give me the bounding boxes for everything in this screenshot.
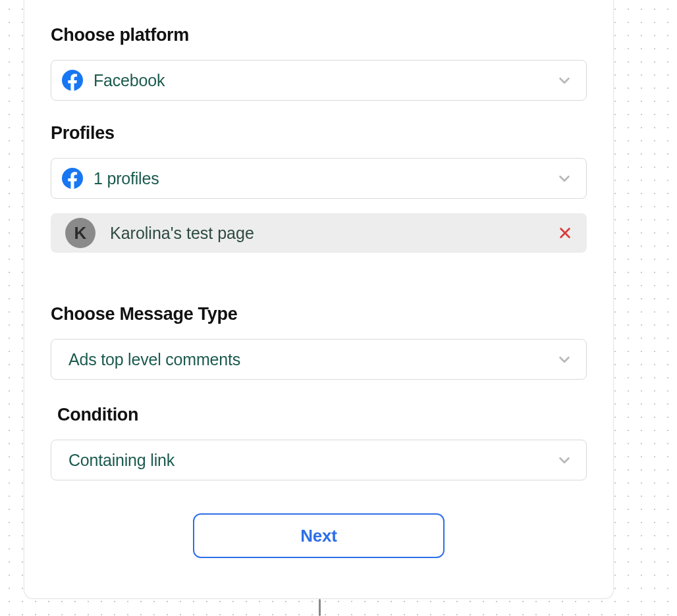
remove-profile-button[interactable] <box>558 226 572 240</box>
message-type-selected-value: Ads top level comments <box>68 350 557 369</box>
condition-selected-value: Containing link <box>68 451 557 470</box>
message-type-select[interactable]: Ads top level comments <box>51 339 587 380</box>
chevron-down-icon <box>557 73 572 88</box>
facebook-icon <box>62 168 83 189</box>
condition-heading: Condition <box>57 405 587 425</box>
platform-selected-value: Facebook <box>94 71 557 90</box>
chevron-down-icon <box>557 352 572 367</box>
flow-connector-line <box>319 599 321 616</box>
facebook-icon <box>62 70 83 91</box>
profile-name: Karolina's test page <box>110 224 558 243</box>
trigger-config-card: Choose platform Facebook Profiles 1 prof… <box>24 0 614 599</box>
profiles-selected-value: 1 profiles <box>94 169 557 188</box>
chevron-down-icon <box>557 453 572 467</box>
platform-select[interactable]: Facebook <box>51 60 587 101</box>
next-button[interactable]: Next <box>193 513 445 558</box>
condition-select[interactable]: Containing link <box>51 440 587 480</box>
platform-heading: Choose platform <box>51 25 587 45</box>
profile-chip: K Karolina's test page <box>51 213 587 253</box>
profiles-heading: Profiles <box>51 123 587 143</box>
profiles-select[interactable]: 1 profiles <box>51 158 587 199</box>
message-type-heading: Choose Message Type <box>51 304 587 324</box>
chevron-down-icon <box>557 171 572 186</box>
profile-avatar: K <box>65 218 95 248</box>
